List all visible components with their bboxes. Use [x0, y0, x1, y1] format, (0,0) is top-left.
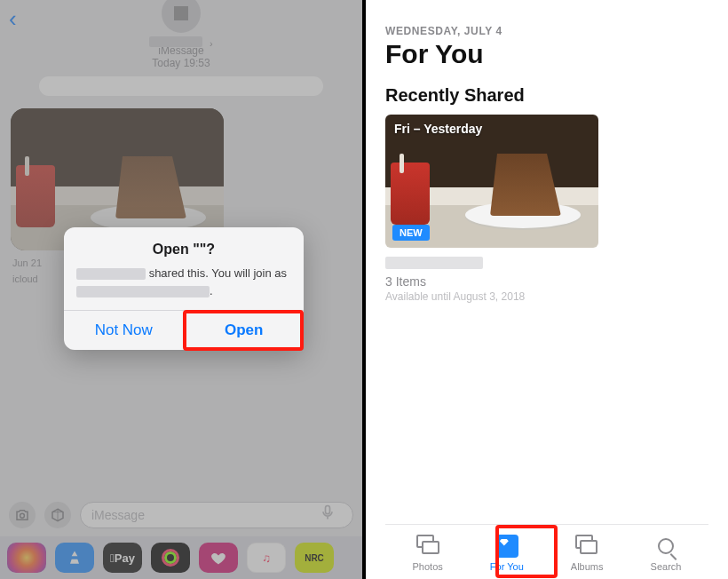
shared-album-thumbnail: Fri – Yesterday NEW: [385, 115, 598, 248]
dateline: WEDNESDAY, JULY 4: [385, 25, 708, 37]
card-item-count: 3 Items: [385, 274, 598, 289]
tab-albums[interactable]: Albums: [571, 535, 604, 572]
app-photos-icon[interactable]: [7, 543, 46, 573]
svg-point-0: [20, 513, 25, 518]
chevron-right-icon: ›: [210, 38, 213, 49]
app-apple-pay-icon[interactable]: Pay: [103, 543, 142, 573]
for-you-heart-icon: [495, 535, 518, 558]
timestamp-label: Today 19:53: [0, 57, 362, 69]
not-now-button[interactable]: Not Now: [64, 311, 184, 350]
section-recently-shared: Recently Shared: [385, 85, 708, 106]
card-date-range: Fri – Yesterday: [394, 122, 482, 136]
bubble-date: Jun 21: [12, 258, 42, 268]
open-button[interactable]: Open: [185, 311, 305, 350]
bubble-source: icloud: [12, 274, 38, 284]
contact-name-row[interactable]: ›: [149, 35, 212, 51]
subject-capsule-redacted: [39, 76, 323, 96]
contact-name-redacted: [149, 36, 202, 47]
tab-photos[interactable]: Photos: [413, 535, 443, 572]
contact-avatar[interactable]: [162, 0, 201, 33]
page-title: For You: [385, 39, 708, 69]
app-drawer-icon[interactable]: [44, 502, 71, 528]
app-music-icon[interactable]: ♫: [247, 543, 286, 573]
app-heart-icon[interactable]: [199, 543, 238, 573]
photos-stack-icon: [416, 535, 439, 558]
search-icon: [654, 535, 677, 558]
camera-icon[interactable]: [9, 502, 36, 528]
shared-album-card[interactable]: Fri – Yesterday NEW 3 Items Available un…: [385, 115, 598, 303]
photos-for-you-screen: WEDNESDAY, JULY 4 For You Recently Share…: [362, 0, 728, 579]
albums-stack-icon: [575, 535, 598, 558]
app-nrc-icon[interactable]: NRC: [295, 543, 334, 573]
app-store-icon[interactable]: [55, 543, 94, 573]
tab-search[interactable]: Search: [651, 535, 682, 572]
message-input[interactable]: iMessage: [80, 502, 353, 528]
svg-rect-1: [326, 506, 330, 514]
dialog-button-row: Not Now Open: [64, 310, 304, 350]
new-badge: NEW: [392, 225, 430, 241]
dialog-message: shared this. You will join as .: [76, 265, 291, 299]
photos-tab-bar: Photos For You Albums Search: [385, 524, 708, 579]
card-expiry: Available until August 3, 2018: [385, 290, 598, 303]
tab-for-you[interactable]: For You: [490, 535, 524, 572]
sender-name-redacted: [76, 268, 146, 280]
back-chevron-icon[interactable]: ‹: [9, 5, 17, 33]
compose-bar: iMessage: [0, 497, 362, 533]
microphone-icon[interactable]: [319, 504, 342, 527]
avatar-placeholder-icon: [174, 6, 188, 20]
messages-screen: ‹ › iMessage Today 19:53 Jun 21 icloud: [0, 0, 362, 579]
app-activity-icon[interactable]: [151, 543, 190, 573]
message-placeholder: iMessage: [91, 508, 145, 522]
join-as-redacted: [76, 286, 210, 297]
open-share-dialog: Open ""? shared this. You will join as .…: [64, 227, 304, 350]
messages-navbar: ‹ ›: [0, 0, 362, 37]
imessage-app-strip[interactable]: Pay ♫ NRC: [0, 536, 362, 579]
dialog-title: Open ""?: [76, 242, 291, 258]
card-owner-redacted: [385, 257, 483, 269]
